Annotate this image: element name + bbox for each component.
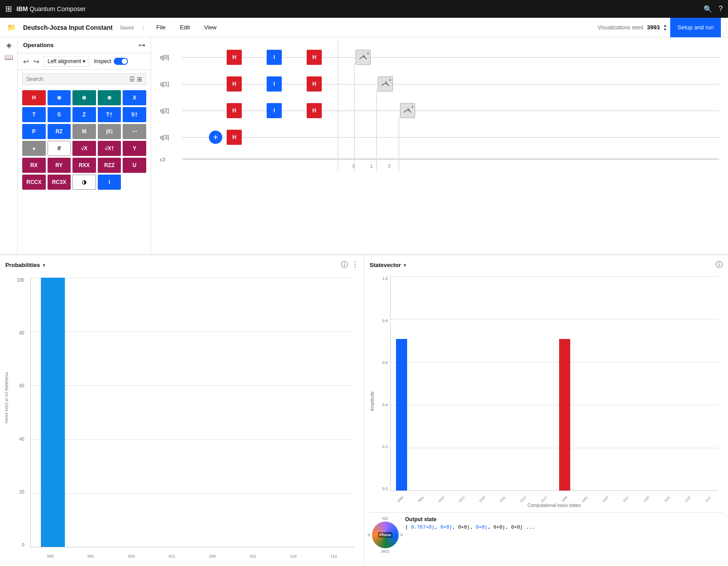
- menu-edit[interactable]: Edit: [176, 24, 193, 31]
- search-icon[interactable]: 🔍: [704, 5, 712, 13]
- main-layout: ◈ 📖 Operations ⊶ ↩ ↪ Left alignment ▾ In…: [0, 37, 728, 566]
- redo-button[interactable]: ↪: [33, 57, 39, 66]
- gate-i-q2-c2[interactable]: I: [267, 103, 282, 118]
- gate-x-4[interactable]: X: [123, 90, 146, 105]
- prob-y-tick-80: 80: [20, 331, 24, 335]
- qubit-row-q1: q[1] H I H z: [160, 73, 719, 95]
- gate-measure-q0[interactable]: z: [356, 50, 371, 65]
- phase-right-tick: 0: [400, 533, 403, 537]
- gate-u-24[interactable]: U: [123, 158, 146, 173]
- gate-z-7[interactable]: Z: [72, 107, 96, 122]
- prob-title: Probabilities: [5, 262, 40, 268]
- gate-rx-20[interactable]: RX: [22, 158, 46, 173]
- qubit-row-q0: q[0] H I H z: [160, 46, 719, 68]
- gate-h-q1-c3[interactable]: H: [307, 76, 322, 92]
- gate-x-17[interactable]: √X: [72, 141, 96, 156]
- gate-measure-q2[interactable]: z: [400, 103, 415, 118]
- inspect-toggle[interactable]: Inspect: [94, 58, 128, 65]
- gate-0-13[interactable]: |0⟩: [98, 124, 121, 139]
- search-icons: ☰ ⊞: [129, 76, 142, 83]
- gate--3[interactable]: ⊕: [98, 90, 121, 105]
- gate-i-q1-c2[interactable]: I: [267, 76, 282, 92]
- run-button[interactable]: Setup and run: [670, 18, 721, 37]
- sv-bar-0001: [412, 276, 432, 490]
- menu-file[interactable]: File: [153, 24, 169, 31]
- circuit-toolbar: ↩ ↪ Left alignment ▾ Inspect: [18, 53, 151, 70]
- context-icon[interactable]: ◈: [6, 41, 12, 49]
- sv-bar-0011: [452, 276, 473, 490]
- prob-dropdown-icon[interactable]: ▾: [43, 262, 45, 268]
- gate-measure-q1[interactable]: z: [378, 76, 393, 92]
- gate-rzz-23[interactable]: RZZ: [98, 158, 121, 173]
- align-dropdown[interactable]: Left alignment ▾: [44, 56, 89, 67]
- panel-toggle-icon[interactable]: ⊶: [138, 41, 145, 49]
- grid-icon: ⊞: [5, 4, 12, 14]
- book-icon[interactable]: 📖: [4, 53, 13, 61]
- gate-x-18[interactable]: √X†: [98, 141, 121, 156]
- sv-bar-1011: [616, 276, 636, 490]
- prob-x-axis: 000001010011100101110111: [30, 554, 354, 558]
- gate-i-28[interactable]: I: [98, 175, 121, 190]
- gate--2[interactable]: ⊕: [72, 90, 96, 105]
- sv-info-icon[interactable]: ⓘ: [716, 260, 723, 270]
- gate-h-q2-c1[interactable]: H: [227, 103, 242, 118]
- prob-bar-010: [112, 278, 152, 547]
- prob-chart-header: Probabilities ▾ ⓘ ⋮: [5, 260, 359, 270]
- gate-ry-21[interactable]: RY: [48, 158, 71, 173]
- prob-info-icon[interactable]: ⓘ: [341, 260, 348, 270]
- gate-t-8[interactable]: T†: [98, 107, 121, 122]
- operations-panel: Operations ⊶ ↩ ↪ Left alignment ▾ Inspec…: [18, 37, 151, 255]
- gate-if-16[interactable]: if: [48, 141, 71, 156]
- gate-h-q1-c1[interactable]: H: [227, 76, 242, 92]
- sv-chart-area: Amplitude 1.00.80.60.40.20.0 00000001001…: [370, 274, 723, 509]
- prob-more-icon[interactable]: ⋮: [352, 260, 359, 270]
- gate-h-0[interactable]: H: [22, 90, 46, 105]
- gate-y-19[interactable]: Y: [123, 141, 146, 156]
- classical-label: c3: [160, 157, 182, 162]
- gate-rccx-25[interactable]: RCCX: [22, 175, 46, 190]
- output-state-area: π/2 π Phase 0 3π/2 Output state [ 0.707+…: [370, 512, 723, 561]
- gate-h-q2-c3[interactable]: H: [307, 103, 322, 118]
- gate-rxx-22[interactable]: RXX: [72, 158, 96, 173]
- gate-rc3x-26[interactable]: RC3X: [48, 175, 71, 190]
- qubit-row-q3: q[3] + H: [160, 126, 719, 148]
- sv-x-axis: 0000000100100011010001010110011110001001…: [390, 498, 719, 501]
- chevron-down-icon: ▾: [83, 58, 85, 64]
- prob-y-tick-40: 40: [20, 437, 24, 442]
- gate--27[interactable]: ◑: [72, 175, 96, 190]
- gate-s-9[interactable]: S†: [123, 107, 146, 122]
- sv-dropdown-icon[interactable]: ▾: [404, 262, 406, 268]
- gate-t-5[interactable]: T: [22, 107, 46, 122]
- classical-row: c3: [160, 153, 719, 166]
- gate--14[interactable]: ⋯: [123, 124, 146, 139]
- gate-m-12[interactable]: M: [72, 124, 96, 139]
- list-view-icon[interactable]: ☰: [129, 76, 135, 83]
- gate-h-q0-c3[interactable]: H: [307, 50, 322, 65]
- grid-view-icon[interactable]: ⊞: [137, 76, 142, 83]
- phase-dial: π/2 π Phase 0 3π/2: [370, 516, 401, 561]
- search-input[interactable]: [26, 76, 129, 82]
- circuit-canvas: q[0] H I H z q[1] H I: [151, 37, 728, 255]
- gate-i-q0-c2[interactable]: I: [267, 50, 282, 65]
- help-icon[interactable]: ?: [719, 5, 723, 13]
- gate--15[interactable]: ●: [22, 141, 46, 156]
- sv-chart-header: Statevector ▾ ⓘ: [370, 260, 723, 270]
- inspect-switch[interactable]: [114, 58, 128, 65]
- gate-rz-11[interactable]: RZ: [48, 124, 71, 139]
- prob-x-label-001: 001: [71, 554, 111, 558]
- gate-s-6[interactable]: S: [48, 107, 71, 122]
- gate-h-q3-c1[interactable]: H: [227, 130, 242, 145]
- search-box[interactable]: ☰ ⊞: [22, 73, 146, 85]
- sv-bar-0101: [493, 276, 514, 490]
- undo-button[interactable]: ↩: [23, 57, 29, 66]
- editor-area: ◈ 📖 Operations ⊶ ↩ ↪ Left alignment ▾ In…: [0, 37, 728, 255]
- gate--1[interactable]: ⊕: [48, 90, 71, 105]
- inspect-label: Inspect: [94, 58, 111, 64]
- seed-spinner[interactable]: ▲▼: [663, 24, 667, 32]
- ops-title: Operations: [23, 42, 54, 48]
- gate-p-10[interactable]: P: [22, 124, 46, 139]
- gate-h-q0-c1[interactable]: H: [227, 50, 242, 65]
- sv-title: Statevector: [370, 262, 401, 268]
- add-gate-button[interactable]: +: [209, 131, 222, 144]
- menu-view[interactable]: View: [200, 24, 220, 31]
